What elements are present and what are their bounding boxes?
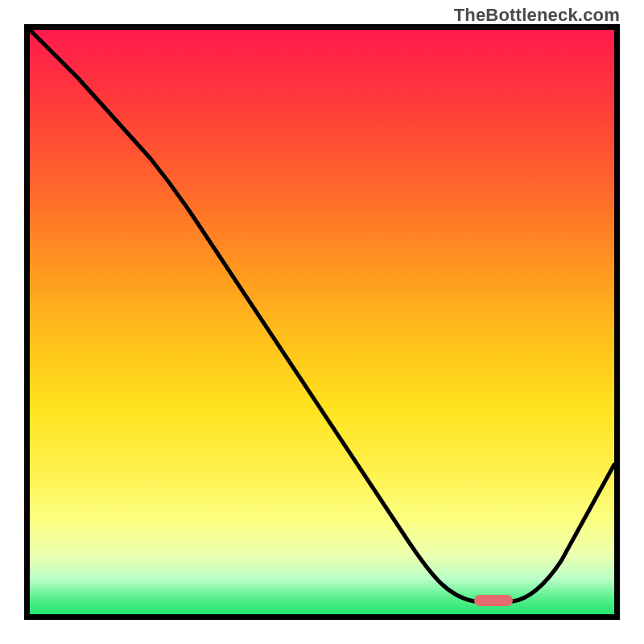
bottleneck-curve-path [30,30,614,601]
bottleneck-curve [30,30,614,614]
watermark-text: TheBottleneck.com [454,5,620,26]
minimum-marker [474,595,513,606]
chart-frame [24,24,620,620]
